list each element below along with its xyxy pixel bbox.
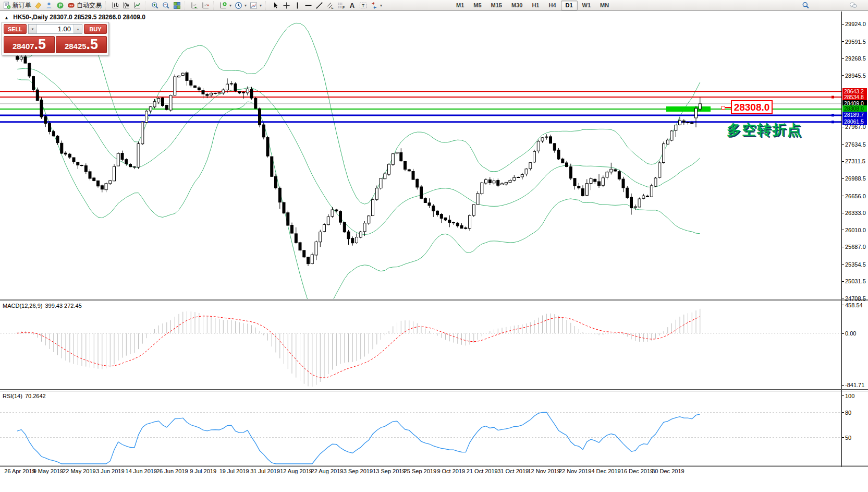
timeframe-mn-button[interactable]: MN (595, 1, 614, 10)
signals-button[interactable] (55, 1, 66, 10)
tile-windows-button[interactable] (172, 1, 182, 10)
toolbar-left-groups: 新订单自动交易▾▾▾EFAT▾ (2, 0, 384, 10)
zoom-out-button[interactable] (161, 1, 172, 10)
volume-input[interactable]: 1.00 (37, 25, 74, 33)
date-axis-label: 31 Oct 2019 (497, 468, 529, 474)
toolbar-separator (265, 2, 268, 9)
community-button[interactable] (44, 1, 55, 10)
buy-button[interactable]: BUY (84, 24, 107, 34)
periods-dropdown[interactable]: ▾ (233, 1, 248, 10)
autotrading-button[interactable]: 自动交易 (66, 1, 103, 10)
candlestick-chart-button[interactable] (121, 1, 132, 10)
price-callout-label[interactable]: 28308.0 (731, 100, 773, 114)
timeframe-m15-button[interactable]: M15 (486, 1, 507, 10)
indicators-dropdown[interactable]: ▾ (218, 1, 233, 10)
search-icon (802, 2, 810, 9)
equidistant-channel-button[interactable]: E (325, 1, 336, 10)
price-axis-label: 26656.0 (845, 193, 866, 199)
chart-title: ▲ HK50-,Daily 28307.0 28529.5 28266.0 28… (4, 14, 145, 21)
rsi-axis-label: 100 (845, 393, 854, 399)
bar-chart-icon (112, 2, 119, 9)
date-axis-label: 21 Oct 2019 (467, 468, 498, 474)
auto-scroll-button[interactable] (189, 1, 200, 10)
chart-symbol-period: HK50-,Daily (13, 14, 48, 21)
trendline-button[interactable] (314, 1, 325, 10)
price-axis-tick (841, 264, 844, 265)
price-axis-tick (841, 144, 844, 145)
panel-separator[interactable] (0, 389, 868, 390)
templates-dropdown[interactable]: ▾ (248, 1, 263, 10)
svg-text:A: A (350, 2, 355, 9)
chat-button[interactable] (848, 1, 859, 10)
hline-icon (304, 2, 312, 9)
sell-price-main: 28407 (13, 38, 34, 54)
timeframe-m30-button[interactable]: M30 (507, 1, 527, 10)
chart-shift-button[interactable] (200, 1, 211, 10)
search-button[interactable] (800, 1, 811, 10)
timeframe-m1-button[interactable]: M1 (451, 1, 469, 10)
new-order-button[interactable]: 新订单 (2, 1, 33, 10)
bar-chart-button[interactable] (110, 1, 121, 10)
cursor-icon (272, 2, 279, 9)
metaeditor-button[interactable] (33, 1, 44, 10)
text-button[interactable]: A (347, 1, 358, 10)
date-axis-label: 14 Jun 2019 (126, 468, 157, 474)
panel-separator (0, 466, 868, 467)
timeframe-w1-button[interactable]: W1 (578, 1, 596, 10)
timeframe-h1-button[interactable]: H1 (527, 1, 544, 10)
price-axis-tick (841, 58, 844, 59)
panel-separator (0, 465, 868, 465)
date-axis-label: 9 May 2019 (33, 468, 63, 474)
price-axis-tick (841, 178, 844, 179)
collapse-panel-icon[interactable]: ▲ (4, 15, 9, 20)
rsi-axis-tick (841, 395, 844, 396)
callout-anchor-handle[interactable] (722, 106, 725, 110)
timeframe-d1-button[interactable]: D1 (561, 1, 578, 10)
crosshair-button[interactable] (281, 1, 292, 10)
date-axis-label: 12 Nov 2019 (528, 468, 560, 474)
zoom-in-button[interactable] (150, 1, 161, 10)
arrows-icon (370, 2, 378, 9)
text-icon: A (348, 2, 356, 9)
horizontal-line-button[interactable] (303, 1, 314, 10)
timeframe-m5-button[interactable]: M5 (469, 1, 486, 10)
date-axis-label: 31 Jul 2019 (250, 468, 280, 474)
chart-shift-icon (202, 2, 210, 9)
periods-icon (235, 2, 242, 9)
annotation-text[interactable]: 多空转折点 (727, 121, 802, 139)
price-axis-tick (841, 24, 844, 25)
date-axis-label: 9 Oct 2019 (437, 468, 465, 474)
vertical-line-button[interactable] (292, 1, 303, 10)
date-axis-label: 26 Apr 2019 (4, 468, 35, 474)
metaeditor-icon (34, 2, 42, 9)
price-axis-label: 26333.0 (845, 210, 866, 216)
date-axis-label: 22 Nov 2019 (559, 468, 591, 474)
chart-ohlc-values: 28307.0 28529.5 28266.0 28409.0 (50, 14, 145, 21)
volume-up-button[interactable]: ▴ (74, 25, 82, 33)
date-axis-label: 30 Dec 2019 (652, 468, 684, 474)
trendline-icon (315, 2, 323, 9)
fibonacci-button[interactable]: F (336, 1, 347, 10)
price-axis-label: 29268.5 (845, 55, 866, 62)
sell-price-fraction: .5 (34, 37, 46, 53)
sell-price-button[interactable]: 28407 .5 (4, 36, 55, 53)
rsi-axis-tick (841, 412, 844, 413)
panel-separator[interactable] (0, 299, 868, 299)
buy-price-button[interactable]: 28425 .5 (56, 36, 107, 53)
volume-down-button[interactable]: ▾ (29, 25, 37, 33)
date-axis-label: 22 May 2019 (63, 468, 96, 474)
price-chart-canvas[interactable] (0, 0, 868, 492)
new-order-button-label: 新订单 (13, 1, 31, 10)
price-axis-tick (841, 213, 844, 213)
rsi-value: 70.2642 (25, 393, 46, 399)
svg-text:E: E (332, 6, 334, 9)
line-chart-button[interactable] (132, 1, 143, 10)
arrows-dropdown[interactable]: ▾ (369, 1, 384, 10)
text-label-button[interactable]: T (358, 1, 369, 10)
macd-axis-label: 458.54 (845, 302, 863, 308)
sell-button[interactable]: SELL (4, 24, 27, 34)
cursor-button[interactable] (270, 1, 281, 10)
rsi-indicator-label: RSI(14)70.2642 (3, 393, 46, 399)
community-icon (45, 2, 53, 9)
timeframe-h4-button[interactable]: H4 (544, 1, 560, 10)
